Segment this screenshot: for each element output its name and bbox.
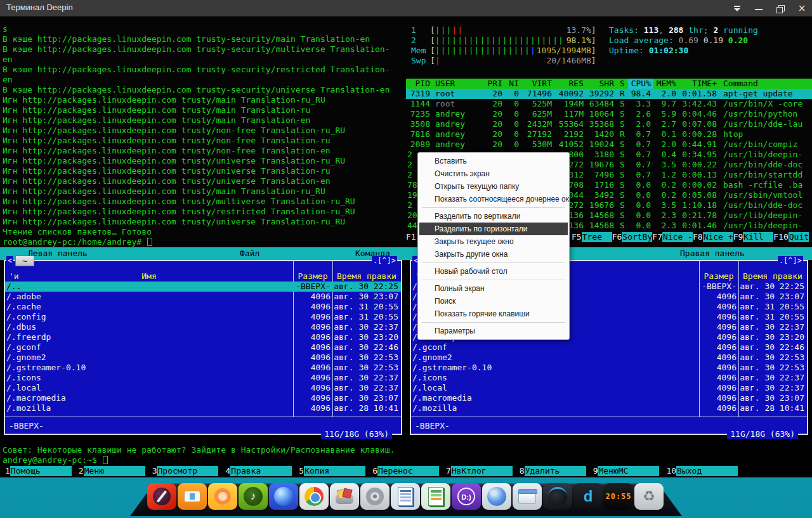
fkey-6[interactable]: 6Перенос — [372, 466, 439, 476]
column-header-s[interactable]: S — [617, 79, 628, 89]
dock-icon-volume-knob[interactable] — [543, 483, 572, 510]
file-row[interactable]: /.freerdp4096авг. 30 23:20 — [5, 332, 401, 342]
dock-icon-browser-sphere[interactable] — [269, 483, 298, 510]
dock-icon-music-dark[interactable]: d — [573, 483, 603, 510]
column-header-size[interactable]: Размер — [293, 271, 332, 282]
file-row[interactable]: /.mozilla4096авг. 28 10:41 — [5, 403, 401, 413]
process-row[interactable]: 2089andrey200530M4105219024S0.72.00:44.9… — [406, 139, 812, 150]
context-menu-item[interactable]: Очистить экран — [418, 167, 569, 180]
context-menu-item[interactable]: Вставить — [418, 155, 569, 167]
file-row[interactable]: /.local4096авг. 30 22:37 — [411, 383, 807, 393]
dock-icon-file-manager[interactable] — [513, 483, 542, 510]
mc-menu-2[interactable]: Файл — [240, 247, 259, 260]
fkey-f6[interactable]: F6SortBy — [612, 232, 653, 242]
file-row[interactable]: /.gstreamer-0.104096авг. 30 22:53 — [5, 363, 401, 373]
context-menu-item[interactable]: Разделить по вертикали — [418, 210, 569, 223]
fkey-7[interactable]: 7НвКтлог — [446, 466, 513, 476]
context-menu-item[interactable]: Параметры — [418, 325, 569, 337]
dock-icon-writer[interactable] — [391, 483, 420, 510]
fkey-9[interactable]: 9МенюМС — [593, 466, 660, 476]
dock-icon-media-player[interactable] — [208, 483, 237, 510]
close-icon[interactable]: × — [797, 3, 807, 13]
column-header-command[interactable]: Command — [719, 79, 812, 89]
column-header-size[interactable]: Размер — [699, 271, 738, 282]
fkey-1[interactable]: 1Помощь — [5, 466, 72, 476]
panel-path-tab[interactable]: ~ — [15, 256, 34, 266]
column-header-cpu[interactable]: CPU% — [628, 79, 653, 89]
process-row[interactable]: 7319root200714964009239292R98.42.00:01.5… — [406, 89, 812, 99]
mc-command-prompt[interactable]: andrey@andrey-pc:~$ — [3, 455, 108, 465]
file-row[interactable]: /..-ВВЕРХ-авг. 30 22:25 — [5, 282, 401, 292]
column-header-pid[interactable]: PID — [406, 79, 433, 89]
context-menu-item[interactable]: Закрыть другие окна — [418, 248, 569, 261]
file-row[interactable]: /.gstreamer-0.104096авг. 30 22:53 — [411, 363, 807, 373]
dock-icon-music[interactable]: ♪ — [239, 483, 268, 510]
context-menu-item[interactable]: Полный экран — [418, 282, 569, 295]
column-header-time[interactable]: TIME+ — [679, 79, 719, 89]
fkey-f9[interactable]: F9Kill — [733, 232, 774, 242]
fkey-2[interactable]: 2Меню — [79, 466, 145, 476]
file-row[interactable]: /.gconf4096авг. 30 22:46 — [411, 342, 807, 353]
dock-icon-software-center[interactable] — [178, 483, 207, 510]
column-header-res[interactable]: RES — [554, 79, 586, 89]
column-header-user[interactable]: USER — [433, 79, 486, 89]
column-header-mem[interactable]: MEM% — [653, 79, 679, 89]
fkey-3[interactable]: 3Просмотр — [152, 466, 219, 476]
process-row[interactable]: 7235andrey200625M117M18064S2.65.90:04.46… — [406, 109, 812, 119]
file-row[interactable]: /.gnome24096авг. 30 22:53 — [411, 353, 807, 363]
dock-icon-feedback[interactable]: D:) — [452, 483, 481, 510]
context-menu-item[interactable]: Новый рабочий стол — [418, 265, 569, 278]
fkey-10[interactable]: 10Выход — [666, 466, 738, 476]
dock-icon-clock[interactable]: 20:55 — [604, 483, 633, 510]
dock-icon-web-browser[interactable] — [482, 483, 511, 510]
column-header-shr[interactable]: SHR — [586, 79, 617, 89]
context-menu-item[interactable]: Поиск — [418, 295, 569, 308]
file-row[interactable]: /.icons4096авг. 30 22:37 — [5, 373, 401, 383]
dock-icon-trash[interactable]: ♻ — [634, 483, 664, 510]
dock-icon-calc[interactable] — [421, 483, 450, 510]
column-header-ni[interactable]: NI — [505, 79, 521, 89]
process-row[interactable]: 3508andrey2002432M5536435368S2.02.70:07.… — [406, 119, 812, 129]
fkey-5[interactable]: 5Копия — [299, 466, 365, 476]
file-row[interactable]: /.adobe4096авг. 30 23:07 — [5, 292, 401, 302]
fkey-f10[interactable]: F10Quit — [773, 232, 808, 242]
file-row[interactable]: /.local4096авг. 30 22:37 — [5, 383, 401, 393]
file-row[interactable]: /.macromedia4096авг. 30 23:07 — [411, 393, 807, 403]
file-row[interactable]: /.macromedia4096авг. 30 23:07 — [5, 393, 401, 403]
context-menu-item[interactable]: Открыть текущую папку — [418, 180, 569, 193]
column-header-time[interactable]: Время правки — [738, 271, 807, 282]
minimize-icon[interactable] — [754, 3, 764, 13]
file-row[interactable]: /.gnome24096авг. 30 22:53 — [5, 353, 401, 363]
fkey-f7[interactable]: F7Nice - — [652, 232, 693, 242]
dock-icon-settings[interactable] — [360, 483, 390, 510]
apt-terminal-pane[interactable]: sВ кэше http://packages.linuxdeepin.com … — [0, 16, 404, 249]
context-menu-item[interactable]: Показать соотносящееся дочернее окно — [418, 193, 569, 205]
context-menu-item[interactable]: Разделить по горизонтали — [419, 223, 568, 235]
dock-icon-chrome[interactable] — [299, 483, 329, 510]
dock-icon-launcher[interactable] — [147, 483, 176, 510]
column-header-time[interactable]: Время правки — [332, 271, 401, 282]
process-row[interactable]: 1144root200525M194M63484S3.39.73:42.43/u… — [406, 99, 812, 109]
context-menu-item[interactable]: Показать горячие клавиши — [418, 308, 569, 320]
fkey-f8[interactable]: F8Nice + — [693, 232, 733, 242]
file-row[interactable]: /.config4096авг. 31 20:55 — [5, 312, 401, 322]
file-row[interactable]: /.gconf4096авг. 30 22:46 — [5, 342, 401, 353]
maximize-icon[interactable] — [775, 3, 785, 13]
process-row[interactable]: 7816andrey2002719221921420R0.70.10:00.28… — [406, 129, 812, 139]
mc-menu-5[interactable]: Правая панель — [680, 247, 745, 260]
fkey-f1[interactable]: F1 — [406, 232, 416, 242]
column-header-virt[interactable]: VIRT — [521, 79, 554, 89]
fkey-4[interactable]: 4Правка — [225, 466, 292, 476]
column-header-name[interactable]: Имя — [5, 271, 293, 282]
file-row[interactable]: /.cache4096авг. 31 20:55 — [5, 302, 401, 312]
fkey-8[interactable]: 8Удалить — [520, 466, 586, 476]
file-row[interactable]: /.mozilla4096авг. 28 10:41 — [411, 403, 807, 413]
file-row[interactable]: /.icons4096авг. 30 22:37 — [411, 373, 807, 383]
dock-icon-photos[interactable] — [330, 483, 359, 510]
mc-menu-1[interactable]: Левая панель — [28, 247, 88, 260]
window-menu-icon[interactable] — [732, 3, 742, 13]
context-menu-item[interactable]: Закрыть текущее окно — [418, 235, 569, 248]
file-row[interactable]: /.dbus4096авг. 30 22:37 — [5, 322, 401, 332]
fkey-f5[interactable]: F5Tree — [572, 232, 612, 242]
column-header-pri[interactable]: PRI — [486, 79, 505, 89]
